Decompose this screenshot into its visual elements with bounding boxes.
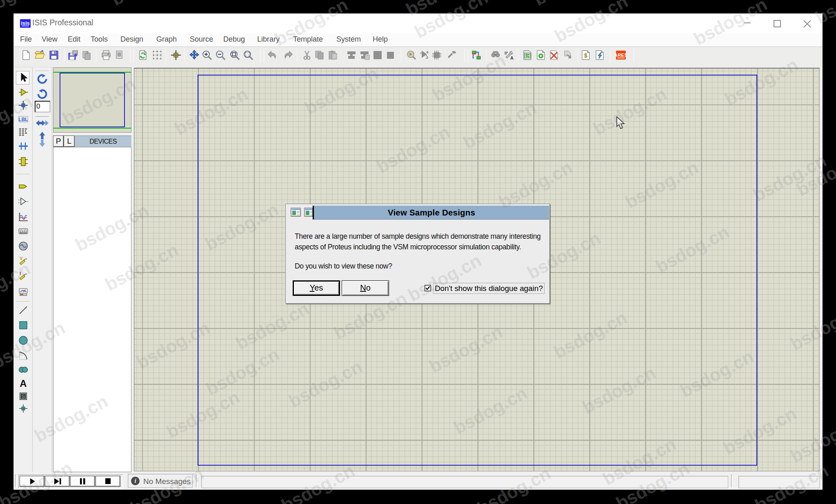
svg-text:bsdog.cn: bsdog.cn — [530, 0, 610, 9]
svg-text:A: A — [20, 378, 27, 389]
svg-text:A: A — [510, 56, 514, 60]
svg-text:ARES: ARES — [616, 53, 626, 58]
svg-text:isis: isis — [21, 20, 30, 26]
svg-text:bsdog.cn: bsdog.cn — [108, 0, 188, 9]
svg-text:S: S — [22, 393, 25, 400]
svg-text:I: I — [20, 271, 21, 276]
svg-text:$: $ — [584, 52, 587, 59]
svg-text:V: V — [20, 256, 23, 261]
svg-text:bsdog.cn: bsdog.cn — [108, 0, 188, 9]
svg-text:LBL: LBL — [18, 117, 28, 122]
svg-text:bsdog.cn: bsdog.cn — [530, 0, 610, 9]
